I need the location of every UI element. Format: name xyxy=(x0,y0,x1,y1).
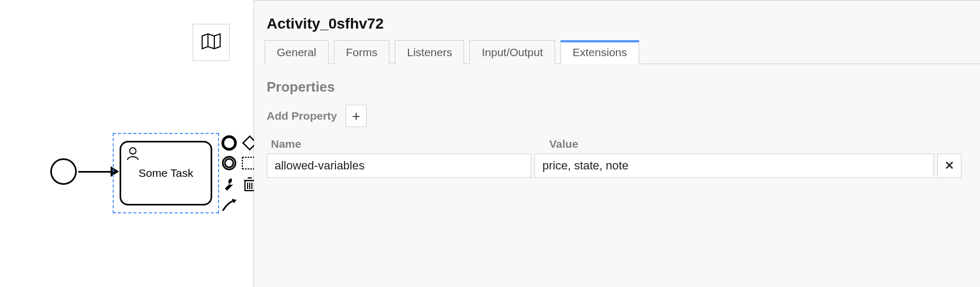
bpmn-user-task[interactable]: Some Task xyxy=(120,141,212,205)
map-icon xyxy=(202,33,221,51)
element-id-header: Activity_0sfhv72 xyxy=(267,15,980,32)
bpmn-sequence-flow[interactable] xyxy=(78,171,115,173)
properties-panel: Activity_0sfhv72 General Forms Listeners… xyxy=(254,0,980,287)
bpmn-start-event[interactable] xyxy=(50,158,77,185)
properties-section-title: Properties xyxy=(267,79,980,95)
tab-forms[interactable]: Forms xyxy=(334,40,390,64)
contextpad-connect-icon[interactable] xyxy=(221,197,239,215)
contextpad-wrench-icon[interactable] xyxy=(221,176,237,194)
bpmn-canvas[interactable]: Some Task xyxy=(0,0,254,287)
add-property-button[interactable]: + xyxy=(346,105,367,127)
property-value-input[interactable] xyxy=(534,154,934,178)
tab-general[interactable]: General xyxy=(265,40,329,64)
property-name-input[interactable] xyxy=(267,154,531,178)
column-name-header: Name xyxy=(271,138,536,150)
minimap-toggle-button[interactable] xyxy=(193,24,230,61)
contextpad-end-event-icon[interactable] xyxy=(221,135,237,153)
svg-point-6 xyxy=(225,159,233,167)
svg-point-3 xyxy=(223,137,235,149)
app-root: Some Task Activity_0sfhv72 General xyxy=(0,0,980,287)
contextpad-intermediate-event-icon[interactable] xyxy=(221,155,237,173)
svg-point-2 xyxy=(130,148,136,154)
property-table-header: Name Value xyxy=(271,138,978,150)
bpmn-task-label: Some Task xyxy=(139,167,194,180)
add-property-row: Add Property + xyxy=(267,105,980,127)
property-delete-button[interactable]: ✕ xyxy=(937,154,961,178)
add-property-label: Add Property xyxy=(267,110,337,122)
user-icon xyxy=(126,147,139,163)
bpmn-sequence-flow-arrowhead xyxy=(111,166,119,177)
panel-tabs: General Forms Listeners Input/Output Ext… xyxy=(265,40,980,64)
tab-input-output[interactable]: Input/Output xyxy=(469,40,555,64)
tab-listeners[interactable]: Listeners xyxy=(395,40,464,64)
column-value-header: Value xyxy=(549,138,978,150)
property-row: ✕ xyxy=(267,154,961,178)
tab-extensions[interactable]: Extensions xyxy=(560,40,639,64)
